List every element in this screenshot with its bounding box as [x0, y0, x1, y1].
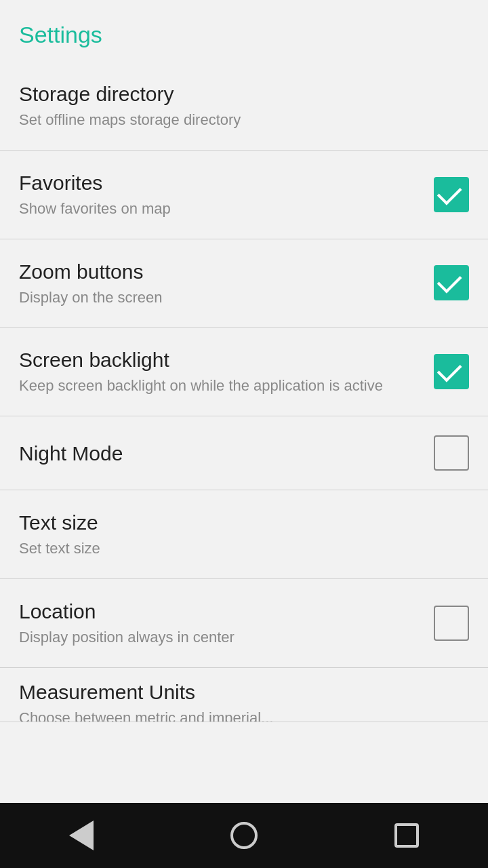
back-button[interactable] — [54, 808, 108, 863]
checkbox-favorites[interactable] — [434, 177, 469, 212]
setting-item-text-size[interactable]: Text sizeSet text size — [0, 490, 488, 579]
back-icon — [69, 821, 94, 850]
setting-title-screen-backlight: Screen backlight — [19, 347, 420, 373]
recents-icon — [394, 823, 419, 848]
setting-title-measurement-units: Measurement Units — [19, 679, 455, 705]
setting-item-zoom-buttons[interactable]: Zoom buttonsDisplay on the screen — [0, 239, 488, 328]
home-icon — [230, 822, 258, 849]
setting-title-location: Location — [19, 598, 420, 625]
checkbox-zoom-buttons[interactable] — [434, 265, 469, 300]
setting-item-storage-directory[interactable]: Storage directorySet offline maps storag… — [0, 62, 488, 151]
home-button[interactable] — [217, 808, 271, 863]
setting-subtitle-text-size: Set text size — [19, 538, 455, 559]
settings-list: Storage directorySet offline maps storag… — [0, 62, 488, 803]
setting-subtitle-location: Display position always in center — [19, 627, 420, 648]
setting-title-favorites: Favorites — [19, 170, 420, 196]
setting-item-measurement-units[interactable]: Measurement UnitsChoose between metric a… — [0, 668, 488, 722]
setting-item-screen-backlight[interactable]: Screen backlightKeep screen backlight on… — [0, 328, 488, 416]
setting-title-zoom-buttons: Zoom buttons — [19, 258, 420, 285]
setting-subtitle-storage-directory: Set offline maps storage directory — [19, 110, 455, 131]
checkbox-location[interactable] — [434, 606, 469, 641]
setting-item-night-mode[interactable]: Night Mode — [0, 416, 488, 490]
checkbox-night-mode[interactable] — [434, 435, 469, 471]
setting-item-location[interactable]: LocationDisplay position always in cente… — [0, 579, 488, 668]
setting-subtitle-favorites: Show favorites on map — [19, 199, 420, 220]
setting-subtitle-measurement-units: Choose between metric and imperial... — [19, 708, 455, 722]
page-title: Settings — [0, 0, 488, 62]
setting-title-text-size: Text size — [19, 509, 455, 536]
checkbox-screen-backlight[interactable] — [434, 354, 469, 389]
setting-item-favorites[interactable]: FavoritesShow favorites on map — [0, 151, 488, 239]
recents-button[interactable] — [380, 808, 434, 863]
setting-subtitle-screen-backlight: Keep screen backlight on while the appli… — [19, 376, 420, 397]
setting-subtitle-zoom-buttons: Display on the screen — [19, 288, 420, 309]
setting-title-night-mode: Night Mode — [19, 440, 420, 467]
setting-title-storage-directory: Storage directory — [19, 81, 455, 107]
bottom-navigation — [0, 803, 488, 868]
